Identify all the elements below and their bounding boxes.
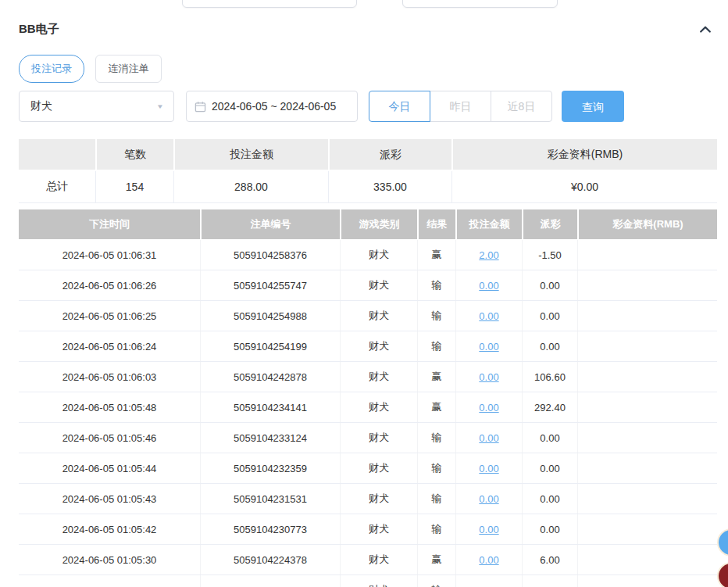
collapse-panel-button[interactable]	[697, 22, 714, 38]
bet-amount-link[interactable]: 0.00	[455, 270, 522, 300]
floating-service-button[interactable]	[717, 528, 728, 557]
floating-action-button[interactable]	[717, 562, 728, 587]
tab-cancelled-orders[interactable]: 连消注单	[95, 55, 162, 83]
bet-result: 输	[417, 423, 455, 453]
bet-result: 输	[417, 453, 455, 483]
payout-value: 106.60	[522, 362, 577, 392]
payout-value: 0.00	[522, 484, 577, 514]
order-id: 5059104231531	[200, 484, 340, 514]
bet-table-header-row: 下注时间 注单编号 游戏类别 结果 投注金额 派彩 彩金资料(RMB)	[19, 209, 717, 239]
bonus-value	[577, 301, 717, 331]
bet-result: 输	[417, 270, 455, 300]
summary-header-payout: 派彩	[328, 139, 451, 170]
col-header-bonus: 彩金资料(RMB)	[577, 209, 717, 239]
bet-amount-link[interactable]: 0.00	[455, 362, 522, 392]
bet-time: 2024-06-05 01:06:24	[19, 331, 200, 361]
summary-header-row: 笔数 投注金额 派彩 彩金资料(RMB)	[19, 139, 717, 170]
bet-amount-link[interactable]: 0.00	[455, 392, 522, 422]
bet-time: 2024-06-05 01:06:25	[19, 301, 200, 331]
bet-amount-link[interactable]: 0.00	[455, 545, 522, 574]
summary-header-count: 笔数	[95, 139, 173, 170]
search-button[interactable]: 查询	[562, 91, 624, 122]
game-select-value: 财犬	[30, 99, 156, 113]
bonus-value	[577, 331, 717, 361]
col-header-bet-amount: 投注金额	[455, 209, 522, 239]
order-id: 5059104255747	[200, 270, 340, 300]
range-today-button[interactable]: 今日	[369, 91, 430, 122]
summary-header-bonus: 彩金资料(RMB)	[451, 139, 717, 170]
chevron-down-icon: ▼	[156, 103, 164, 110]
order-id: 5059104254199	[200, 331, 340, 361]
col-header-result: 结果	[417, 209, 455, 239]
order-id: 5059104230773	[200, 514, 340, 544]
col-header-payout: 派彩	[522, 209, 577, 239]
bet-time: 2024-06-05 01:05:43	[19, 484, 200, 514]
bet-records-panel: BB电子 投注记录 连消注单 财犬 ▼ 2024-06-05 ~ 2024-06…	[0, 0, 728, 587]
quick-range-group: 今日 昨日 近8日	[369, 91, 552, 122]
table-row: 2024-06-05 01:06:315059104258376财犬赢2.00-…	[19, 240, 717, 270]
game-type: 财犬	[340, 545, 417, 574]
range-yesterday-button[interactable]: 昨日	[430, 91, 491, 122]
game-type: 财犬	[340, 270, 417, 300]
summary-total-payout: 335.00	[328, 171, 451, 202]
bonus-value	[577, 453, 717, 483]
col-header-game-type: 游戏类别	[340, 209, 417, 239]
payout-value: 0.00	[522, 301, 577, 331]
payout-value: 0.00	[522, 423, 577, 453]
game-type: 财犬	[340, 514, 417, 544]
payout-value: 0.00	[522, 331, 577, 361]
chevron-up-icon	[697, 27, 714, 40]
order-id: 5059104232359	[200, 453, 340, 483]
calendar-icon	[194, 101, 206, 113]
bet-time: 2024-06-05 01:05:42	[19, 514, 200, 544]
bonus-value	[577, 423, 717, 453]
range-last8days-button[interactable]: 近8日	[491, 91, 552, 122]
bet-amount-link[interactable]: 0.00	[455, 484, 522, 514]
bet-time: 2024-06-05 01:05:12	[19, 575, 200, 587]
partial-input-top-left[interactable]	[182, 0, 357, 8]
table-row: 2024-06-05 01:06:035059104242878财犬赢0.001…	[19, 362, 717, 392]
table-row: 2024-06-05 01:06:255059104254988财犬输0.000…	[19, 301, 717, 331]
bet-amount-link[interactable]: 0.00	[455, 514, 522, 544]
table-row: 2024-06-05 01:05:445059104232359财犬输0.000…	[19, 453, 717, 484]
bet-amount-link[interactable]: 0.00	[455, 331, 522, 361]
table-row: 2024-06-05 01:05:305059104224378财犬赢0.006…	[19, 545, 717, 575]
payout-value: 6.00	[522, 545, 577, 574]
game-type: 财犬	[340, 484, 417, 514]
bet-time: 2024-06-05 01:06:26	[19, 270, 200, 300]
summary-total-bonus: ¥0.00	[451, 171, 717, 202]
bet-result: 输	[417, 484, 455, 514]
bet-amount-link[interactable]: 2.00	[455, 575, 522, 587]
order-id: 5059104234141	[200, 392, 340, 422]
table-row: 2024-06-05 01:06:265059104255747财犬输0.000…	[19, 270, 717, 301]
payout-value: -2.00	[522, 575, 577, 587]
bet-time: 2024-06-05 01:06:03	[19, 362, 200, 392]
payout-value: 0.00	[522, 453, 577, 483]
bet-result: 赢	[417, 392, 455, 422]
payout-value: 0.00	[522, 270, 577, 300]
game-select[interactable]: 财犬 ▼	[19, 91, 174, 122]
bet-result: 输	[417, 331, 455, 361]
bet-table: 下注时间 注单编号 游戏类别 结果 投注金额 派彩 彩金资料(RMB) 2024…	[19, 209, 717, 587]
bet-amount-link[interactable]: 0.00	[455, 453, 522, 483]
summary-table: 笔数 投注金额 派彩 彩金资料(RMB) 总计 154 288.00 335.0…	[19, 139, 717, 203]
partial-input-top-right[interactable]	[402, 0, 558, 8]
table-row: 2024-06-05 01:05:485059104234141财犬赢0.002…	[19, 392, 717, 423]
order-id: 5059104242878	[200, 362, 340, 392]
bet-result: 输	[417, 514, 455, 544]
date-range-input[interactable]: 2024-06-05 ~ 2024-06-05	[186, 91, 358, 122]
bet-result: 赢	[417, 240, 455, 270]
bet-amount-link[interactable]: 2.00	[455, 240, 522, 270]
tab-bet-records[interactable]: 投注记录	[19, 55, 84, 83]
bet-amount-link[interactable]: 0.00	[455, 301, 522, 331]
filter-row: 财犬 ▼ 2024-06-05 ~ 2024-06-05 今日 昨日 近8日 查…	[0, 91, 728, 122]
bonus-value	[577, 484, 717, 514]
bonus-value	[577, 392, 717, 422]
game-type: 财犬	[340, 240, 417, 270]
bet-table-body: 2024-06-05 01:06:315059104258376财犬赢2.00-…	[19, 240, 717, 587]
bet-amount-link[interactable]: 0.00	[455, 423, 522, 453]
bet-result: 输	[417, 575, 455, 587]
game-type: 财犬	[340, 331, 417, 361]
bet-result: 赢	[417, 362, 455, 392]
payout-value: 292.40	[522, 392, 577, 422]
